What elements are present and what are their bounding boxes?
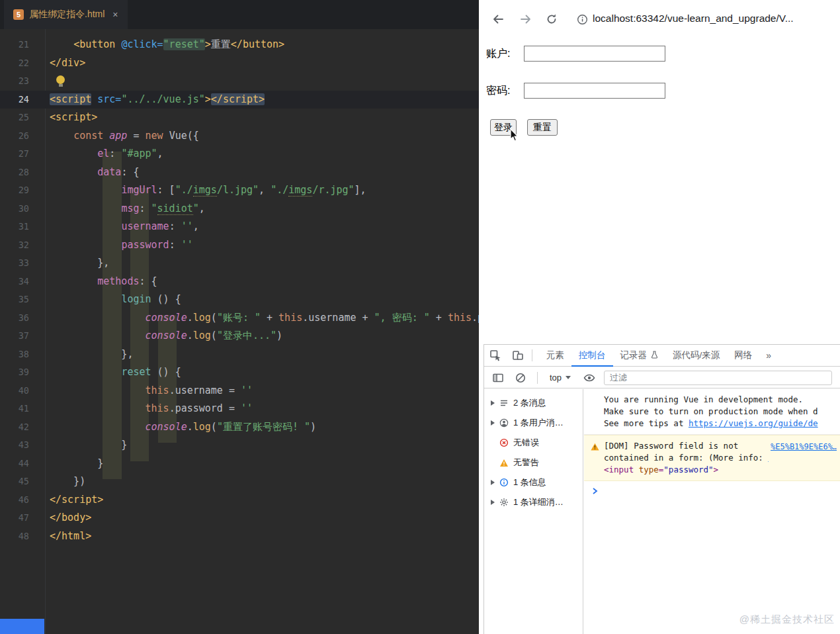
line-number: 44 [0,455,29,473]
line-number: 23 [0,72,29,91]
code-line[interactable]: 46</script> [0,491,479,510]
code-line[interactable]: 21 <button @click="reset">重置</button> [0,36,479,54]
editor-tab-title: 属性绑定指令.html [29,9,105,21]
console-prompt[interactable] [584,481,840,495]
line-number: 26 [0,127,29,146]
back-icon[interactable] [491,12,505,29]
clear-console-icon[interactable] [512,367,529,388]
code-line[interactable]: 34 methods: { [0,273,479,291]
devtools-tab[interactable]: 元素 [539,345,571,367]
console-body: 2 条消息1 条用户消…无错误无警告1 条信息1 条详细消… You are r… [484,389,840,634]
code-line[interactable]: 32 password: '' [0,236,479,255]
code-line[interactable]: 40 this.username = '' [0,382,479,400]
log-text: Make sure to turn on production mode whe… [604,406,835,418]
code-line[interactable]: 43 } [0,436,479,455]
line-number: 48 [0,527,29,546]
code-line[interactable]: 48</html> [0,527,479,546]
line-number: 41 [0,400,29,418]
editor-tab[interactable]: 5 属性绑定指令.html × [4,0,128,29]
warning-element[interactable]: <input type="password"> [604,464,769,476]
code-text: el: "#app", [29,145,163,163]
sidebar-item-label: 1 条信息 [513,476,546,488]
intention-bulb-icon[interactable] [56,75,65,87]
code-line[interactable]: 23 [0,72,479,91]
reload-icon[interactable] [545,13,558,28]
forward-icon[interactable] [519,12,533,29]
code-line[interactable]: 35 login () { [0,291,479,309]
code-line[interactable]: 31 username: '', [0,218,479,236]
tab-close-icon[interactable]: × [112,9,118,20]
address-bar[interactable]: localhost:63342/vue-learn_and_upgrade/V.… [593,13,794,24]
code-line[interactable]: 28 data: { [0,163,479,182]
warning-source-link[interactable]: %E5%B1%9E%E6%… [771,441,837,453]
code-line[interactable]: 30 msg: "sidiot", [0,200,479,218]
code-text: username: '', [29,218,199,236]
account-input[interactable] [524,46,665,62]
console-sidebar-item[interactable]: 2 条消息 [484,393,583,413]
devtools-tab[interactable]: 源代码/来源 [665,345,727,367]
code-line[interactable]: 44 } [0,455,479,473]
warning-icon [499,459,509,467]
code-line[interactable]: 27 el: "#app", [0,145,479,163]
divider [532,349,532,361]
code-text: console.log("账号: " + this.username + ", … [29,309,479,328]
code-line[interactable]: 45 }) [0,473,479,491]
code-line[interactable]: 22</div> [0,54,479,73]
code-area[interactable]: 21 <button @click="reset">重置</button>22<… [0,29,479,634]
vuejs-guide-link[interactable]: https://vuejs.org/guide/de [689,418,818,428]
password-input[interactable] [524,83,665,99]
devtools-tab[interactable]: 网络 [727,345,759,367]
code-lines: 21 <button @click="reset">重置</button>22<… [0,36,479,545]
code-text: </script> [29,491,103,510]
code-line[interactable]: 37 console.log("登录中...") [0,327,479,345]
code-line[interactable]: 42 console.log("重置了账号密码! ") [0,418,479,437]
more-info-link[interactable]: https://gc [768,453,769,463]
code-line[interactable]: 47</body> [0,509,479,527]
expand-triangle-icon[interactable] [491,420,495,426]
code-line[interactable]: 24<script src="../../vue.js"></script> [0,91,479,109]
console-sidebar-item[interactable]: 1 条用户消… [484,413,583,433]
console-toolbar: top [484,367,840,388]
console-sidebar-item[interactable]: 1 条信息 [484,473,583,492]
code-text: <button @click="reset">重置</button> [29,36,284,54]
console-sidebar-item[interactable]: 无警告 [484,453,583,473]
devtools-tab[interactable]: 记录器 [613,345,666,367]
console-sidebar-item[interactable]: 1 条详细消… [484,492,583,512]
code-line[interactable]: 41 this.password = '' [0,400,479,418]
line-number: 40 [0,382,29,400]
devtools-tab[interactable]: 控制台 [571,345,613,367]
code-line[interactable]: 38 }, [0,345,479,364]
browser-navbar: localhost:63342/vue-learn_and_upgrade/V.… [479,0,840,38]
console-sidebar-toggle-icon[interactable] [489,367,507,388]
verbose-icon [499,498,509,507]
html-file-icon: 5 [13,9,24,20]
code-line[interactable]: 29 imgUrl: ["./imgs/l.jpg", "./imgs/r.jp… [0,181,479,200]
browser-window: localhost:63342/vue-learn_and_upgrade/V.… [479,0,840,634]
line-number: 25 [0,109,29,127]
line-number: 27 [0,145,29,163]
expand-triangle-icon[interactable] [491,500,495,505]
code-line[interactable]: 33 }, [0,254,479,273]
code-line[interactable]: 39 reset () { [0,363,479,382]
live-expression-eye-icon[interactable] [580,367,599,388]
reset-button[interactable]: 重置 [527,119,558,136]
context-selector[interactable]: top [550,373,571,383]
line-number: 32 [0,236,29,255]
device-toolbar-icon[interactable] [507,345,529,367]
code-line[interactable]: 36 console.log("账号: " + this.username + … [0,309,479,328]
warning-icon [591,442,599,454]
more-tabs-icon[interactable]: » [766,350,771,361]
code-line[interactable]: 25<script> [0,109,479,127]
console-messages: You are running Vue in development mode.… [584,389,840,634]
devtools-tabs: 元素控制台记录器源代码/来源网络 [539,345,759,367]
bottom-left-blue-strip [0,619,44,634]
experiment-flask-icon [651,351,658,359]
expand-triangle-icon[interactable] [491,400,495,406]
line-number: 39 [0,363,29,382]
code-line[interactable]: 26 const app = new Vue({ [0,127,479,146]
console-sidebar-item[interactable]: 无错误 [484,433,583,453]
page-info-icon[interactable] [577,14,588,28]
expand-triangle-icon[interactable] [491,480,495,485]
console-filter-input[interactable] [604,371,832,385]
inspect-element-icon[interactable] [484,345,507,367]
